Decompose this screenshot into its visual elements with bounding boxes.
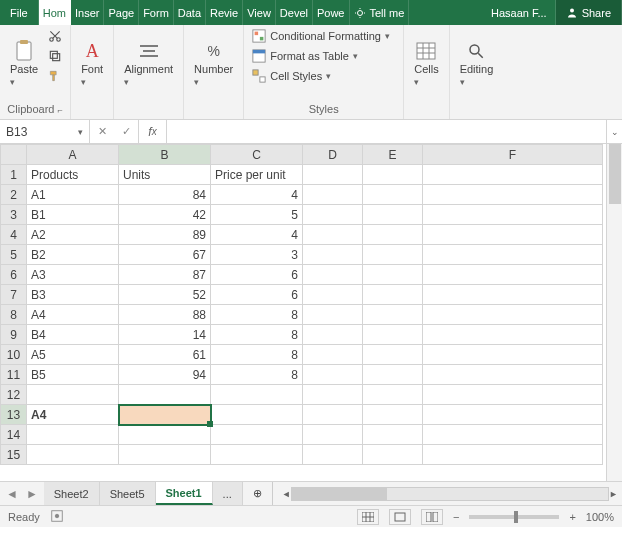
tab-tellme[interactable]: Tell me: [350, 0, 410, 25]
col-header-B[interactable]: B: [119, 145, 211, 165]
cell-B4[interactable]: 89: [119, 225, 211, 245]
cell-B14[interactable]: [119, 425, 211, 445]
cell-A4[interactable]: A2: [27, 225, 119, 245]
row-header-10[interactable]: 10: [1, 345, 27, 365]
cell-E9[interactable]: [363, 325, 423, 345]
cell-D15[interactable]: [303, 445, 363, 465]
col-header-E[interactable]: E: [363, 145, 423, 165]
cell-F2[interactable]: [423, 185, 603, 205]
cell-A15[interactable]: [27, 445, 119, 465]
row-header-14[interactable]: 14: [1, 425, 27, 445]
row-header-2[interactable]: 2: [1, 185, 27, 205]
cell-E11[interactable]: [363, 365, 423, 385]
cancel-formula-button[interactable]: ✕: [90, 125, 114, 138]
cell-D12[interactable]: [303, 385, 363, 405]
select-all-corner[interactable]: [1, 145, 27, 165]
number-button[interactable]: % Number▾: [190, 27, 237, 101]
zoom-level[interactable]: 100%: [586, 511, 614, 523]
cell-E6[interactable]: [363, 265, 423, 285]
col-header-A[interactable]: A: [27, 145, 119, 165]
row-header-1[interactable]: 1: [1, 165, 27, 185]
cell-A8[interactable]: A4: [27, 305, 119, 325]
row-header-8[interactable]: 8: [1, 305, 27, 325]
cell-D6[interactable]: [303, 265, 363, 285]
cell-C14[interactable]: [211, 425, 303, 445]
col-header-F[interactable]: F: [423, 145, 603, 165]
cell-E13[interactable]: [363, 405, 423, 425]
cell-C6[interactable]: 6: [211, 265, 303, 285]
cell-E14[interactable]: [363, 425, 423, 445]
paste-button[interactable]: Paste▾: [6, 27, 42, 101]
view-page-break-button[interactable]: [421, 509, 443, 525]
cell-C3[interactable]: 5: [211, 205, 303, 225]
tab-data[interactable]: Data: [174, 0, 206, 25]
zoom-slider[interactable]: [469, 515, 559, 519]
cell-C10[interactable]: 8: [211, 345, 303, 365]
sheet-tab-sheet2[interactable]: Sheet2: [44, 482, 100, 505]
vertical-scrollbar[interactable]: [606, 144, 622, 481]
cell-A14[interactable]: [27, 425, 119, 445]
cell-A3[interactable]: B1: [27, 205, 119, 225]
cell-C13[interactable]: [211, 405, 303, 425]
cell-A7[interactable]: B3: [27, 285, 119, 305]
cell-A12[interactable]: [27, 385, 119, 405]
cells-button[interactable]: Cells▾: [410, 27, 442, 101]
cell-styles-button[interactable]: Cell Styles ▾: [250, 67, 397, 85]
cell-A2[interactable]: A1: [27, 185, 119, 205]
cell-D10[interactable]: [303, 345, 363, 365]
cell-C8[interactable]: 8: [211, 305, 303, 325]
new-sheet-button[interactable]: ⊕: [243, 482, 272, 505]
row-header-6[interactable]: 6: [1, 265, 27, 285]
editing-button[interactable]: Editing▾: [456, 27, 498, 101]
cell-F6[interactable]: [423, 265, 603, 285]
cell-C2[interactable]: 4: [211, 185, 303, 205]
cell-E5[interactable]: [363, 245, 423, 265]
cell-F11[interactable]: [423, 365, 603, 385]
cell-F3[interactable]: [423, 205, 603, 225]
expand-formula-bar[interactable]: ⌄: [606, 120, 622, 143]
cell-C12[interactable]: [211, 385, 303, 405]
cell-D8[interactable]: [303, 305, 363, 325]
tab-powe[interactable]: Powe: [313, 0, 350, 25]
cell-A5[interactable]: B2: [27, 245, 119, 265]
cell-D14[interactable]: [303, 425, 363, 445]
cell-B7[interactable]: 52: [119, 285, 211, 305]
alignment-button[interactable]: Alignment▾: [120, 27, 177, 101]
cell-C9[interactable]: 8: [211, 325, 303, 345]
row-header-15[interactable]: 15: [1, 445, 27, 465]
cell-D13[interactable]: [303, 405, 363, 425]
row-header-11[interactable]: 11: [1, 365, 27, 385]
cell-E2[interactable]: [363, 185, 423, 205]
tab-view[interactable]: View: [243, 0, 276, 25]
cell-A1[interactable]: Products: [27, 165, 119, 185]
cell-B5[interactable]: 67: [119, 245, 211, 265]
cell-A10[interactable]: A5: [27, 345, 119, 365]
cell-D4[interactable]: [303, 225, 363, 245]
cell-C15[interactable]: [211, 445, 303, 465]
cell-E12[interactable]: [363, 385, 423, 405]
formula-input[interactable]: [167, 120, 606, 143]
format-painter-button[interactable]: [46, 67, 64, 85]
cell-B13[interactable]: [119, 405, 211, 425]
cell-B15[interactable]: [119, 445, 211, 465]
row-header-9[interactable]: 9: [1, 325, 27, 345]
cell-D5[interactable]: [303, 245, 363, 265]
tab-hom[interactable]: Hom: [39, 0, 71, 25]
cell-F9[interactable]: [423, 325, 603, 345]
cell-F7[interactable]: [423, 285, 603, 305]
cell-B1[interactable]: Units: [119, 165, 211, 185]
view-normal-button[interactable]: [357, 509, 379, 525]
tab-file[interactable]: File: [0, 0, 39, 25]
zoom-out-button[interactable]: −: [453, 511, 459, 523]
cell-C1[interactable]: Price per unit: [211, 165, 303, 185]
cell-F12[interactable]: [423, 385, 603, 405]
cell-A6[interactable]: A3: [27, 265, 119, 285]
cell-F1[interactable]: [423, 165, 603, 185]
cell-D1[interactable]: [303, 165, 363, 185]
fx-icon[interactable]: fx: [139, 120, 167, 143]
cell-C7[interactable]: 6: [211, 285, 303, 305]
cell-A13[interactable]: A4: [27, 405, 119, 425]
cell-E4[interactable]: [363, 225, 423, 245]
cell-F14[interactable]: [423, 425, 603, 445]
cell-E10[interactable]: [363, 345, 423, 365]
